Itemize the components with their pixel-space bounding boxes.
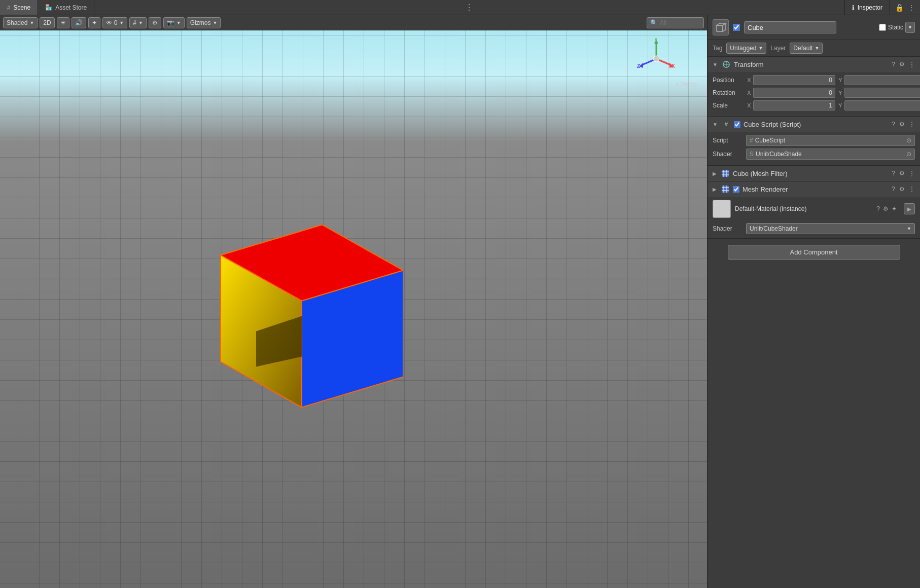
shader-dropdown[interactable]: Unlit/CubeShader ▼ bbox=[746, 223, 915, 234]
object-name-input[interactable] bbox=[744, 21, 836, 33]
gizmos-dropdown[interactable]: Gizmos ▼ bbox=[187, 17, 221, 28]
mesh-filter-header-icons: ? ⚙ ⋮ bbox=[892, 170, 915, 177]
mesh-renderer-settings-icon[interactable]: ⚙ bbox=[899, 186, 905, 193]
position-x-input[interactable] bbox=[753, 75, 835, 85]
static-dropdown[interactable]: ▼ bbox=[905, 22, 915, 33]
rotation-y-label: Y bbox=[837, 90, 843, 96]
script-hash-icon: # bbox=[750, 137, 753, 144]
search-input[interactable] bbox=[660, 19, 700, 26]
cube-script-header[interactable]: ▼ # Cube Script (Script) ? ⚙ ⋮ bbox=[707, 117, 920, 132]
speaker-icon: 🔊 bbox=[75, 19, 83, 26]
transform-more-icon[interactable]: ⋮ bbox=[909, 61, 915, 68]
transform-header[interactable]: ▼ Transform ? ⚙ ⋮ bbox=[707, 57, 920, 72]
scale-row: Scale X Y Z bbox=[713, 100, 915, 111]
shader-value-field: S Unlit/CubeShade ⊙ bbox=[746, 149, 915, 160]
tools-button[interactable]: ⚙ bbox=[149, 17, 161, 28]
shading-chevron-icon: ▼ bbox=[29, 20, 34, 25]
mesh-renderer-checkbox[interactable] bbox=[733, 186, 739, 193]
rotation-fields: X Y Z bbox=[746, 88, 920, 98]
gizmos-chevron-icon: ▼ bbox=[213, 20, 217, 25]
cam-chevron-icon: ▼ bbox=[176, 20, 181, 25]
shader-field-label: Shader bbox=[713, 151, 743, 158]
search-icon: 🔍 bbox=[650, 19, 658, 26]
cube-script-arrow-icon: ▼ bbox=[713, 122, 718, 127]
lock-icon[interactable]: 🔒 bbox=[895, 4, 904, 12]
script-target-icon[interactable]: ⊙ bbox=[906, 137, 911, 144]
rotation-x-input[interactable] bbox=[753, 88, 835, 98]
tab-more-button[interactable]: ⋮ bbox=[460, 3, 478, 12]
cam-icon: 📷 bbox=[167, 19, 174, 26]
static-checkbox[interactable] bbox=[879, 24, 886, 31]
position-y-field: Y bbox=[837, 75, 920, 85]
inspector-panel: Static ▼ Tag Untagged ▼ Layer Default ▼ … bbox=[707, 15, 920, 588]
object-active-checkbox[interactable] bbox=[733, 24, 740, 31]
shading-mode-dropdown[interactable]: Shaded ▼ bbox=[3, 17, 38, 28]
cube-script-icon: # bbox=[722, 120, 731, 129]
camera-mode-dropdown[interactable]: 📷 ▼ bbox=[163, 17, 185, 28]
add-component-button[interactable]: Add Component bbox=[728, 245, 900, 260]
mesh-renderer-header-icons: ? ⚙ ⋮ bbox=[892, 186, 915, 193]
scene-gizmo[interactable]: Y X Z bbox=[636, 39, 677, 79]
tab-asset-store[interactable]: 🏪 Asset Store bbox=[38, 0, 94, 15]
position-row: Position X Y Z bbox=[713, 75, 915, 85]
position-y-input[interactable] bbox=[844, 75, 920, 85]
position-y-label: Y bbox=[837, 77, 843, 83]
cube-svg bbox=[190, 195, 403, 423]
rotation-x-label: X bbox=[746, 90, 752, 96]
position-x-label: X bbox=[746, 77, 752, 83]
rotation-y-input[interactable] bbox=[844, 88, 920, 98]
transform-settings-icon[interactable]: ⚙ bbox=[899, 61, 905, 68]
rotation-x-field: X bbox=[746, 88, 835, 98]
transform-name: Transform bbox=[734, 61, 764, 68]
lighting-button[interactable]: ☀ bbox=[57, 17, 69, 28]
material-expand-button[interactable]: ▶ bbox=[904, 203, 915, 214]
scale-x-input[interactable] bbox=[753, 100, 835, 111]
object-header: Static ▼ bbox=[707, 15, 920, 40]
scale-y-input[interactable] bbox=[844, 100, 920, 111]
grid-dropdown[interactable]: # ▼ bbox=[129, 17, 147, 28]
effects-button[interactable]: ✦ bbox=[88, 17, 100, 28]
material-settings-icon[interactable]: ⚙ bbox=[883, 205, 889, 212]
cube-script-checkbox[interactable] bbox=[734, 121, 740, 128]
tag-dropdown[interactable]: Untagged ▼ bbox=[726, 43, 766, 54]
static-label: Static bbox=[888, 24, 903, 31]
mesh-filter-more-icon[interactable]: ⋮ bbox=[909, 170, 915, 177]
viewport[interactable]: Y X Z < Persp bbox=[0, 30, 707, 588]
script-value-field: # CubeScript ⊙ bbox=[746, 135, 915, 146]
main-layout: Shaded ▼ 2D ☀ 🔊 ✦ 👁 0 ▼ # ▼ bbox=[0, 15, 920, 588]
position-x-field: X bbox=[746, 75, 835, 85]
tab-inspector[interactable]: ℹ Inspector bbox=[845, 0, 890, 15]
effects-dropdown[interactable]: 👁 0 ▼ bbox=[102, 17, 128, 28]
transform-icon bbox=[722, 60, 731, 69]
layer-label: Layer bbox=[770, 45, 786, 52]
transform-body: Position X Y Z bbox=[707, 72, 920, 116]
cube-script-more-icon[interactable]: ⋮ bbox=[909, 121, 915, 128]
cube-script-help-icon[interactable]: ? bbox=[892, 121, 895, 128]
material-help-icon[interactable]: ? bbox=[876, 205, 880, 212]
mesh-filter-help-icon[interactable]: ? bbox=[892, 170, 895, 177]
mesh-renderer-more-icon[interactable]: ⋮ bbox=[909, 186, 915, 193]
grid-icon: # bbox=[133, 19, 136, 26]
material-gear-icon[interactable]: ✦ bbox=[892, 205, 897, 212]
layer-dropdown[interactable]: Default ▼ bbox=[790, 43, 823, 54]
svg-text:Y: Y bbox=[654, 39, 658, 43]
effects-icon: ✦ bbox=[92, 19, 97, 26]
mesh-filter-settings-icon[interactable]: ⚙ bbox=[899, 170, 905, 177]
2d-mode-button[interactable]: 2D bbox=[40, 17, 54, 28]
scene-tab-icon: # bbox=[7, 5, 10, 11]
cube-script-settings-icon[interactable]: ⚙ bbox=[899, 121, 905, 128]
mesh-filter-header[interactable]: ▶ Cube (Mesh Filter) ? ⚙ ⋮ bbox=[707, 166, 920, 181]
mesh-renderer-help-icon[interactable]: ? bbox=[892, 186, 895, 193]
transform-help-icon[interactable]: ? bbox=[892, 61, 895, 68]
audio-button[interactable]: 🔊 bbox=[72, 17, 86, 28]
shader-dropdown-value: Unlit/CubeShader bbox=[750, 225, 798, 232]
inspector-more-icon[interactable]: ⋮ bbox=[908, 4, 915, 12]
mesh-filter-icon bbox=[721, 169, 730, 178]
scene-search: 🔍 bbox=[647, 17, 704, 28]
shader-target-icon[interactable]: ⊙ bbox=[906, 151, 911, 158]
tab-scene[interactable]: # Scene bbox=[0, 0, 38, 15]
cube-script-header-icons: ? ⚙ ⋮ bbox=[892, 121, 915, 128]
script-field-label: Script bbox=[713, 137, 743, 144]
mesh-renderer-header[interactable]: ▶ Mesh Renderer ? ⚙ ⋮ bbox=[707, 181, 920, 197]
script-field-row: Script # CubeScript ⊙ bbox=[713, 135, 915, 146]
